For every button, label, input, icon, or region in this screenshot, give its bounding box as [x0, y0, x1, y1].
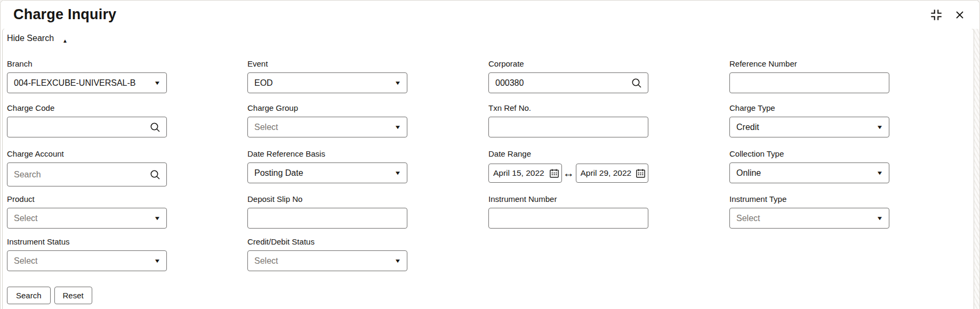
field-product: Product Select ▼ — [7, 194, 167, 229]
chevron-down-icon: ▼ — [394, 80, 401, 86]
branch-dropdown[interactable]: 004-FLEXCUBE-UNIVERSAL-B ▼ — [7, 72, 167, 93]
reset-button[interactable]: Reset — [54, 287, 92, 304]
page-title: Charge Inquiry — [13, 6, 116, 23]
chevron-down-icon: ▼ — [876, 124, 883, 130]
date-reference-basis-value: Posting Date — [254, 168, 391, 178]
txn-ref-no-field — [488, 117, 648, 137]
field-charge-type: Charge Type Credit ▼ — [729, 103, 889, 137]
product-dropdown[interactable]: Select ▼ — [7, 208, 167, 229]
charge-group-dropdown[interactable]: Select ▼ — [247, 117, 407, 137]
instrument-type-placeholder: Select — [736, 214, 873, 223]
field-label: Product — [7, 194, 167, 204]
search-panel: Hide Search ▲ Branch 004-FLEXCUBE-UNIVER… — [2, 28, 974, 309]
credit-debit-status-placeholder: Select — [254, 256, 391, 266]
charge-account-lov-field — [7, 162, 167, 186]
search-icon[interactable] — [631, 77, 642, 89]
collection-type-dropdown[interactable]: Online ▼ — [729, 162, 889, 183]
field-label: Charge Group — [247, 103, 407, 113]
field-label: Date Range — [488, 149, 648, 159]
reference-number-field — [729, 72, 889, 93]
chevron-up-icon: ▲ — [62, 38, 68, 44]
charge-type-dropdown[interactable]: Credit ▼ — [729, 117, 889, 137]
chevron-down-icon: ▼ — [876, 170, 883, 176]
charge-account-input[interactable] — [7, 163, 166, 186]
close-icon — [954, 10, 965, 20]
chevron-down-icon: ▼ — [394, 258, 401, 264]
charge-code-input[interactable] — [7, 117, 166, 137]
chevron-down-icon: ▼ — [394, 170, 401, 176]
close-window-button[interactable] — [952, 7, 968, 23]
field-label: Date Reference Basis — [247, 149, 407, 159]
chevron-down-icon: ▼ — [876, 215, 883, 221]
date-to-field[interactable]: April 29, 2022 — [576, 164, 649, 183]
field-deposit-slip-no: Deposit Slip No — [247, 194, 407, 229]
range-arrow-icon: ↔ — [562, 167, 576, 180]
field-charge-code: Charge Code — [7, 103, 167, 137]
hide-search-toggle[interactable]: Hide Search ▲ — [7, 33, 68, 44]
header-actions — [928, 1, 968, 29]
search-icon[interactable] — [149, 169, 161, 181]
instrument-number-input[interactable] — [489, 208, 648, 228]
instrument-status-placeholder: Select — [14, 256, 150, 266]
deposit-slip-no-field — [247, 208, 407, 229]
corporate-input[interactable] — [489, 73, 648, 93]
instrument-number-field — [488, 208, 648, 229]
field-label: Branch — [7, 59, 167, 69]
reference-number-input[interactable] — [730, 73, 889, 93]
instrument-type-dropdown[interactable]: Select ▼ — [729, 208, 889, 229]
field-instrument-status: Instrument Status Select ▼ — [7, 237, 167, 271]
field-label: Charge Account — [7, 149, 167, 159]
product-placeholder: Select — [14, 214, 150, 223]
search-icon[interactable] — [149, 121, 161, 133]
field-label: Charge Code — [7, 103, 167, 113]
field-corporate: Corporate — [488, 59, 648, 93]
field-label: Instrument Number — [488, 194, 648, 204]
hide-search-label: Hide Search — [7, 34, 54, 43]
field-label: Charge Type — [729, 103, 889, 113]
field-date-range: Date Range April 15, 2022 — [488, 149, 648, 183]
field-label: Credit/Debit Status — [247, 237, 407, 247]
date-reference-basis-dropdown[interactable]: Posting Date ▼ — [247, 162, 407, 183]
event-value: EOD — [254, 78, 391, 88]
field-label: Collection Type — [729, 149, 889, 159]
field-date-reference-basis: Date Reference Basis Posting Date ▼ — [247, 149, 407, 183]
date-from-field[interactable]: April 15, 2022 — [488, 164, 562, 183]
field-txn-ref-no: Txn Ref No. — [488, 103, 648, 137]
charge-group-placeholder: Select — [254, 123, 391, 132]
chevron-down-icon: ▼ — [154, 258, 160, 264]
branch-value: 004-FLEXCUBE-UNIVERSAL-B — [14, 78, 150, 88]
charge-code-lov-field — [7, 117, 167, 137]
instrument-status-dropdown[interactable]: Select ▼ — [7, 250, 167, 271]
credit-debit-status-dropdown[interactable]: Select ▼ — [247, 250, 407, 271]
collapse-window-button[interactable] — [928, 7, 944, 23]
field-branch: Branch 004-FLEXCUBE-UNIVERSAL-B ▼ — [7, 59, 167, 93]
search-button[interactable]: Search — [7, 287, 51, 304]
deposit-slip-no-input[interactable] — [248, 208, 407, 228]
field-label: Reference Number — [729, 59, 889, 69]
txn-ref-no-input[interactable] — [489, 117, 648, 137]
field-instrument-type: Instrument Type Select ▼ — [729, 194, 889, 229]
field-label: Instrument Type — [729, 194, 889, 204]
chevron-down-icon: ▼ — [394, 124, 401, 130]
charge-type-value: Credit — [736, 123, 873, 132]
charge-inquiry-window: Charge Inquiry Hide Search — [0, 0, 980, 309]
corporate-lov-field — [488, 72, 648, 93]
calendar-icon[interactable] — [549, 168, 560, 179]
event-dropdown[interactable]: EOD ▼ — [247, 72, 407, 93]
collection-type-value: Online — [736, 168, 873, 178]
chevron-down-icon: ▼ — [154, 80, 160, 86]
field-charge-group: Charge Group Select ▼ — [247, 103, 407, 137]
date-range-control: April 15, 2022 ↔ April — [488, 164, 648, 183]
field-event: Event EOD ▼ — [247, 59, 407, 93]
date-from-value: April 15, 2022 — [493, 168, 549, 178]
field-collection-type: Collection Type Online ▼ — [729, 149, 889, 183]
field-reference-number: Reference Number — [729, 59, 889, 93]
field-label: Event — [247, 59, 407, 69]
calendar-icon[interactable] — [635, 168, 646, 179]
date-to-value: April 29, 2022 — [581, 168, 636, 178]
field-label: Instrument Status — [7, 237, 167, 247]
field-charge-account: Charge Account — [7, 149, 167, 186]
field-label: Corporate — [488, 59, 648, 69]
field-label: Txn Ref No. — [488, 103, 648, 113]
form-actions: Search Reset — [7, 287, 92, 304]
